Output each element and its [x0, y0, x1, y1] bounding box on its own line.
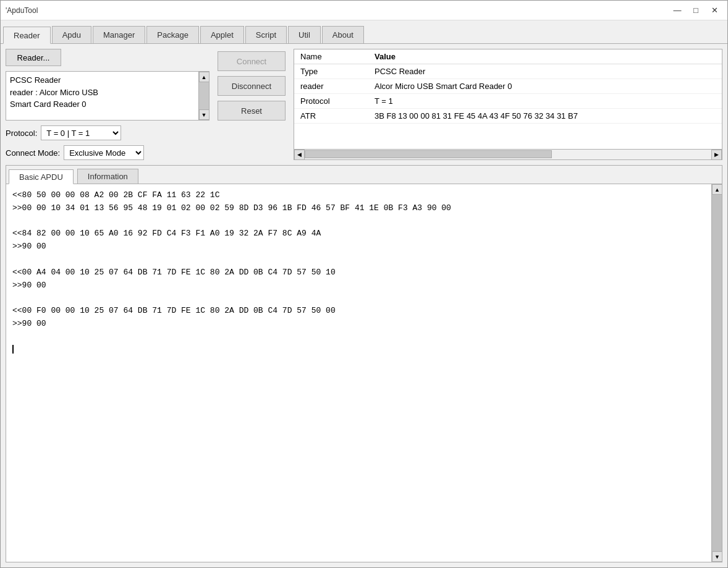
- reader-list-text: PCSC Reader reader : Alcor Micro USB Sma…: [6, 72, 209, 113]
- connect-mode-row: Connect Mode: Exclusive Mode: [6, 145, 210, 160]
- minimize-button[interactable]: —: [669, 4, 685, 17]
- tab-applet[interactable]: Applet: [200, 26, 244, 43]
- title-bar: 'ApduTool — □ ✕: [1, 1, 727, 20]
- sub-tab-bar: Basic APDU Information: [6, 166, 722, 184]
- scroll-track: [199, 82, 209, 109]
- tab-about[interactable]: About: [322, 26, 364, 43]
- scroll-down-btn[interactable]: ▼: [199, 109, 210, 120]
- tab-apdu[interactable]: Apdu: [52, 26, 91, 43]
- disconnect-button[interactable]: Disconnect: [218, 76, 286, 96]
- top-section: Reader... PCSC Reader reader : Alcor Mic…: [6, 49, 722, 160]
- col-value-header: Value: [368, 49, 722, 64]
- tab-package[interactable]: Package: [146, 26, 199, 43]
- middle-panel: Connect Disconnect Reset: [214, 49, 289, 160]
- apdu-scrollbar: ▲ ▼: [711, 184, 722, 562]
- row-atr-name: ATR: [294, 109, 368, 124]
- hscroll-thumb[interactable]: [305, 150, 552, 158]
- connect-mode-label: Connect Mode:: [6, 148, 60, 158]
- reader-line-1: PCSC Reader: [10, 74, 205, 87]
- title-bar-controls: — □ ✕: [669, 4, 722, 17]
- protocol-row: Protocol: T = 0 | T = 1: [6, 125, 210, 140]
- table-row: Type PCSC Reader: [294, 64, 722, 79]
- apdu-output-wrapper: <<80 50 00 00 08 A2 00 2B CF FA 11 63 22…: [6, 184, 722, 562]
- reset-button[interactable]: Reset: [218, 101, 286, 121]
- table-row: Protocol T = 1: [294, 94, 722, 109]
- hscroll-right-btn[interactable]: ▶: [711, 150, 722, 160]
- protocol-select[interactable]: T = 0 | T = 1: [41, 125, 121, 140]
- reader-line-2: reader : Alcor Micro USB: [10, 87, 205, 99]
- col-name-header: Name: [294, 49, 368, 64]
- row-reader-name: reader: [294, 79, 368, 94]
- right-panel: Name Value Type PCSC Reader reader Alcor…: [294, 49, 722, 160]
- row-reader-value: Alcor Micro USB Smart Card Reader 0: [368, 79, 722, 94]
- main-content: Reader... PCSC Reader reader : Alcor Mic…: [1, 44, 727, 567]
- row-type-name: Type: [294, 64, 368, 79]
- tab-script[interactable]: Script: [245, 26, 287, 43]
- info-table: Name Value Type PCSC Reader reader Alcor…: [294, 49, 722, 124]
- left-panel: Reader... PCSC Reader reader : Alcor Mic…: [6, 49, 210, 160]
- table-row: reader Alcor Micro USB Smart Card Reader…: [294, 79, 722, 94]
- hscroll-left-btn[interactable]: ◀: [294, 150, 305, 160]
- connect-mode-select[interactable]: Exclusive Mode: [64, 145, 144, 160]
- apdu-scroll-down-btn[interactable]: ▼: [712, 551, 722, 562]
- scroll-up-btn[interactable]: ▲: [199, 72, 210, 82]
- reader-list-scrollbar: ▲ ▼: [198, 72, 209, 120]
- tab-util[interactable]: Util: [288, 26, 321, 43]
- table-row: ATR 3B F8 13 00 00 81 31 FE 45 4A 43 4F …: [294, 109, 722, 124]
- tab-reader[interactable]: Reader: [3, 27, 51, 44]
- protocol-label: Protocol:: [6, 129, 37, 138]
- horizontal-scrollbar: ◀ ▶: [294, 149, 722, 159]
- tab-manager[interactable]: Manager: [93, 26, 145, 43]
- sub-tab-information[interactable]: Information: [77, 169, 138, 184]
- hscroll-track: [305, 150, 711, 159]
- main-tab-bar: Reader Apdu Manager Package Applet Scrip…: [1, 20, 727, 44]
- apdu-scroll-up-btn[interactable]: ▲: [712, 184, 722, 195]
- apdu-scroll-track: [712, 195, 722, 551]
- row-type-value: PCSC Reader: [368, 64, 722, 79]
- reader-list: PCSC Reader reader : Alcor Micro USB Sma…: [6, 71, 210, 121]
- bottom-section: Basic APDU Information <<80 50 00 00 08 …: [6, 165, 722, 562]
- window-title: 'ApduTool: [6, 6, 38, 15]
- row-protocol-name: Protocol: [294, 94, 368, 109]
- reader-button[interactable]: Reader...: [6, 49, 61, 66]
- reader-line-3: Smart Card Reader 0: [10, 98, 205, 111]
- cursor: [12, 345, 14, 354]
- apdu-output[interactable]: <<80 50 00 00 08 A2 00 2B CF FA 11 63 22…: [6, 184, 711, 562]
- row-atr-value: 3B F8 13 00 00 81 31 FE 45 4A 43 4F 50 7…: [368, 109, 722, 124]
- sub-tab-basic-apdu[interactable]: Basic APDU: [9, 169, 74, 184]
- row-protocol-value: T = 1: [368, 94, 722, 109]
- close-button[interactable]: ✕: [706, 4, 722, 17]
- connect-button[interactable]: Connect: [218, 51, 286, 71]
- maximize-button[interactable]: □: [688, 4, 704, 17]
- main-window: 'ApduTool — □ ✕ Reader Apdu Manager Pack…: [0, 0, 728, 568]
